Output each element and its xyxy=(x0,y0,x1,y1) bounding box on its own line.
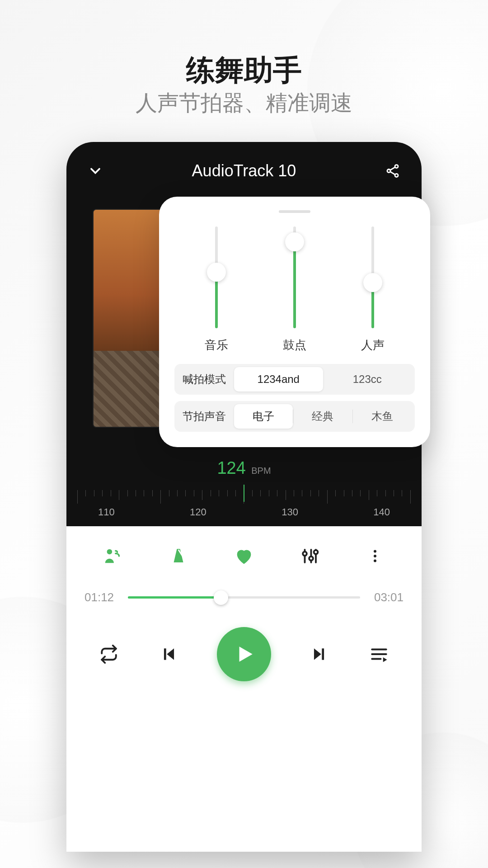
metronome-button[interactable] xyxy=(167,544,190,568)
count-mode-label: 喊拍模式 xyxy=(174,372,234,387)
promo-subtitle: 人声节拍器、精准调速 xyxy=(0,89,488,118)
svg-point-10 xyxy=(309,557,313,561)
collapse-button[interactable] xyxy=(84,159,107,183)
prev-button[interactable] xyxy=(157,642,181,666)
repeat-icon xyxy=(99,645,118,664)
count-mode-option-0[interactable]: 1234and xyxy=(234,367,323,392)
playlist-icon xyxy=(370,645,389,664)
svg-rect-20 xyxy=(322,648,324,660)
slider-thumb[interactable] xyxy=(207,263,226,282)
promo-title: 练舞助手 xyxy=(0,51,488,90)
time-elapsed: 01:12 xyxy=(84,590,117,604)
metronome-popover: 音乐 鼓点 人声 喊拍模式 1234and 123cc 节拍声音 xyxy=(159,197,430,447)
svg-marker-16 xyxy=(167,648,174,660)
svg-point-15 xyxy=(374,560,376,562)
voice-count-icon xyxy=(103,546,123,566)
equalizer-button[interactable] xyxy=(298,544,321,568)
count-mode-row: 喊拍模式 1234and 123cc xyxy=(174,364,415,395)
ruler-cursor xyxy=(244,485,244,502)
track-title: AudioTrack 10 xyxy=(192,161,296,180)
slider-label: 人声 xyxy=(361,337,385,353)
svg-point-8 xyxy=(303,552,307,556)
svg-point-13 xyxy=(374,550,376,553)
svg-line-4 xyxy=(390,172,395,175)
progress-fill xyxy=(128,596,221,599)
slider-thumb[interactable] xyxy=(363,273,382,292)
sliders-icon xyxy=(300,547,319,566)
voice-count-button[interactable] xyxy=(101,544,125,568)
progress-thumb[interactable] xyxy=(214,590,228,605)
bpm-value: 124 xyxy=(217,458,245,477)
share-icon xyxy=(385,163,400,179)
progress-bar[interactable] xyxy=(128,596,360,599)
drag-handle[interactable] xyxy=(279,210,310,213)
chevron-down-icon xyxy=(87,163,103,179)
slider-fill xyxy=(293,242,296,328)
count-mode-option-1[interactable]: 123cc xyxy=(323,367,412,392)
play-button[interactable] xyxy=(217,627,271,681)
slider-music[interactable]: 音乐 xyxy=(203,226,230,353)
next-button[interactable] xyxy=(307,642,331,666)
beat-sound-row: 节拍声音 电子 经典 木鱼 xyxy=(174,401,415,432)
slider-voice[interactable]: 人声 xyxy=(359,226,386,353)
ruler-label: 120 xyxy=(190,506,206,518)
skip-prev-icon xyxy=(160,646,178,663)
play-icon xyxy=(233,643,255,665)
repeat-button[interactable] xyxy=(97,642,121,666)
slider-drums[interactable]: 鼓点 xyxy=(281,226,308,353)
svg-marker-19 xyxy=(314,648,321,660)
share-button[interactable] xyxy=(381,159,404,183)
time-total: 03:01 xyxy=(371,590,404,604)
heart-icon xyxy=(234,546,254,566)
svg-marker-18 xyxy=(239,646,253,661)
slider-label: 鼓点 xyxy=(283,337,306,353)
svg-line-3 xyxy=(390,167,395,170)
beat-sound-option-0[interactable]: 电子 xyxy=(234,404,293,429)
beat-sound-label: 节拍声音 xyxy=(174,409,234,424)
svg-marker-24 xyxy=(383,657,387,662)
svg-point-14 xyxy=(374,555,376,557)
bpm-unit: BPM xyxy=(251,466,271,476)
ruler-label: 140 xyxy=(373,506,390,518)
slider-label: 音乐 xyxy=(205,337,228,353)
kebab-icon xyxy=(367,548,383,564)
bpm-readout: 124 BPM xyxy=(66,458,422,478)
beat-sound-option-2[interactable]: 木鱼 xyxy=(353,404,412,429)
svg-point-12 xyxy=(314,550,318,554)
ruler-label: 130 xyxy=(282,506,298,518)
favorite-button[interactable] xyxy=(232,544,256,568)
playlist-button[interactable] xyxy=(367,642,391,666)
svg-point-5 xyxy=(107,549,112,555)
ruler-label: 110 xyxy=(98,506,115,518)
more-button[interactable] xyxy=(363,544,387,568)
metronome-icon xyxy=(169,547,188,566)
svg-rect-17 xyxy=(164,648,166,660)
slider-thumb[interactable] xyxy=(285,232,304,251)
beat-sound-option-1[interactable]: 经典 xyxy=(293,404,352,429)
bpm-ruler[interactable]: 110 120 130 140 xyxy=(66,486,422,523)
skip-next-icon xyxy=(310,646,328,663)
